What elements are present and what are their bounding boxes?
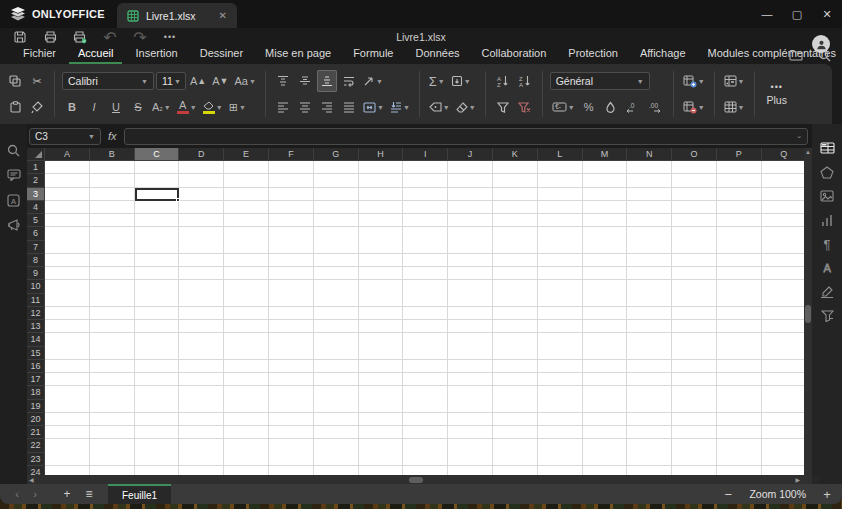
menu-tab-insertion[interactable]: Insertion: [126, 46, 186, 64]
row-header-2[interactable]: 2: [27, 174, 45, 187]
close-button[interactable]: ✕: [812, 0, 842, 28]
row-header-13[interactable]: 13: [27, 320, 45, 333]
menu-tab-protection[interactable]: Protection: [559, 46, 627, 64]
column-header-M[interactable]: M: [583, 148, 628, 161]
named-ranges-button[interactable]: ▼: [427, 96, 452, 118]
fill-handle[interactable]: [176, 198, 180, 202]
decrease-decimal-button[interactable]: .0: [623, 96, 643, 118]
avatar[interactable]: [812, 35, 830, 53]
sort-descending-icon[interactable]: ZA: [515, 70, 535, 92]
name-box[interactable]: C3▼: [29, 128, 101, 145]
quick-print-icon[interactable]: [72, 29, 88, 45]
open-file-location-icon[interactable]: [788, 47, 804, 63]
image-settings-icon[interactable]: [819, 188, 835, 204]
row-header-12[interactable]: 12: [27, 307, 45, 320]
prev-sheet-icon[interactable]: ‹: [8, 488, 26, 500]
subscript-button[interactable]: A₂▼: [150, 96, 173, 118]
column-header-K[interactable]: K: [493, 148, 538, 161]
column-header-O[interactable]: O: [672, 148, 717, 161]
comments-icon[interactable]: [6, 167, 22, 183]
toolbar-more-button[interactable]: ••• Plus: [759, 68, 795, 120]
bold-button[interactable]: B: [62, 96, 82, 118]
align-right-button[interactable]: [317, 96, 337, 118]
column-header-F[interactable]: F: [269, 148, 314, 161]
orientation-button[interactable]: ▼: [361, 70, 385, 92]
spellcheck-icon[interactable]: A: [6, 192, 22, 208]
next-sheet-icon[interactable]: ›: [26, 488, 44, 500]
column-header-D[interactable]: D: [179, 148, 224, 161]
row-header-1[interactable]: 1: [27, 161, 45, 174]
feedback-icon[interactable]: [6, 217, 22, 233]
copy-icon[interactable]: [5, 70, 25, 92]
accounting-style-button[interactable]: €‑▼: [550, 96, 577, 118]
slicer-settings-icon[interactable]: [819, 308, 835, 324]
decrement-font-size-button[interactable]: A▼: [210, 70, 230, 92]
cell-settings-icon[interactable]: [819, 140, 835, 156]
row-header-5[interactable]: 5: [27, 214, 45, 227]
insert-cells-button[interactable]: ▼: [681, 70, 707, 92]
format-as-table-button[interactable]: ▼: [722, 96, 747, 118]
increment-font-size-button[interactable]: A▲: [188, 70, 208, 92]
clear-filter-icon[interactable]: [515, 96, 535, 118]
row-header-15[interactable]: 15: [27, 347, 45, 360]
autosum-button[interactable]: Σ▼: [427, 70, 447, 92]
row-header-7[interactable]: 7: [27, 241, 45, 254]
paragraph-settings-icon[interactable]: ¶: [819, 236, 835, 252]
menu-tab-affichage[interactable]: Affichage: [631, 46, 695, 64]
merge-cells-button[interactable]: ▼: [361, 96, 386, 118]
zoom-in-button[interactable]: +: [820, 487, 834, 502]
font-name-select[interactable]: Calibri▼: [62, 72, 154, 90]
tab-close-icon[interactable]: ✕: [219, 10, 227, 21]
row-header-3[interactable]: 3: [27, 188, 45, 201]
underline-button[interactable]: U: [106, 96, 126, 118]
column-header-G[interactable]: G: [314, 148, 359, 161]
paste-icon[interactable]: [5, 96, 25, 118]
column-header-N[interactable]: N: [627, 148, 672, 161]
row-header-14[interactable]: 14: [27, 333, 45, 346]
menu-tab-fichier[interactable]: Fichier: [14, 46, 65, 64]
menu-tab-donn-es[interactable]: Données: [406, 46, 468, 64]
scroll-right-icon[interactable]: ▶: [795, 475, 800, 484]
document-tab[interactable]: Livre1.xlsx ✕: [117, 3, 237, 28]
horizontal-scrollbar-thumb[interactable]: [409, 477, 423, 483]
zoom-out-button[interactable]: −: [721, 487, 735, 502]
maximize-button[interactable]: ▢: [782, 0, 812, 28]
wrap-text-button[interactable]: [339, 70, 359, 92]
align-left-button[interactable]: [273, 96, 293, 118]
percent-style-button[interactable]: %: [579, 96, 599, 118]
row-header-8[interactable]: 8: [27, 254, 45, 267]
highlight-color-button[interactable]: ▼: [201, 96, 225, 118]
chart-settings-icon[interactable]: [819, 212, 835, 228]
horizontal-scrollbar[interactable]: ◀ ▶: [27, 475, 812, 484]
sheet-tab-feuille1[interactable]: Feuille1: [108, 484, 171, 504]
shape-settings-icon[interactable]: [819, 164, 835, 180]
row-header-9[interactable]: 9: [27, 267, 45, 280]
insert-function-icon[interactable]: fx: [105, 130, 120, 142]
column-header-J[interactable]: J: [448, 148, 493, 161]
row-header-17[interactable]: 17: [27, 373, 45, 386]
minimize-button[interactable]: —: [752, 0, 782, 28]
filter-icon[interactable]: [493, 96, 513, 118]
text-art-settings-icon[interactable]: A: [819, 260, 835, 276]
indent-button[interactable]: ▼: [388, 96, 412, 118]
row-header-22[interactable]: 22: [27, 439, 45, 452]
font-size-select[interactable]: 11▼: [156, 72, 186, 90]
column-header-C[interactable]: C: [135, 148, 180, 161]
align-justify-button[interactable]: [339, 96, 359, 118]
scroll-left-icon[interactable]: ◀: [29, 475, 34, 484]
number-format-select[interactable]: Général▼: [550, 72, 650, 90]
app-menu-button[interactable]: ONLYOFFICE: [0, 0, 117, 28]
column-header-I[interactable]: I: [403, 148, 448, 161]
row-header-10[interactable]: 10: [27, 280, 45, 293]
formula-input[interactable]: ⌄: [124, 128, 808, 145]
row-header-11[interactable]: 11: [27, 294, 45, 307]
sheet-list-icon[interactable]: ≡: [78, 487, 100, 501]
menu-tab-mise-en-page[interactable]: Mise en page: [256, 46, 340, 64]
column-header-L[interactable]: L: [538, 148, 583, 161]
row-header-6[interactable]: 6: [27, 227, 45, 240]
column-header-H[interactable]: H: [359, 148, 404, 161]
row-header-24[interactable]: 24: [27, 466, 45, 475]
menu-tab-accueil[interactable]: Accueil: [69, 46, 122, 64]
fill-button[interactable]: ▼: [449, 70, 473, 92]
delete-cells-button[interactable]: ▼: [681, 96, 707, 118]
